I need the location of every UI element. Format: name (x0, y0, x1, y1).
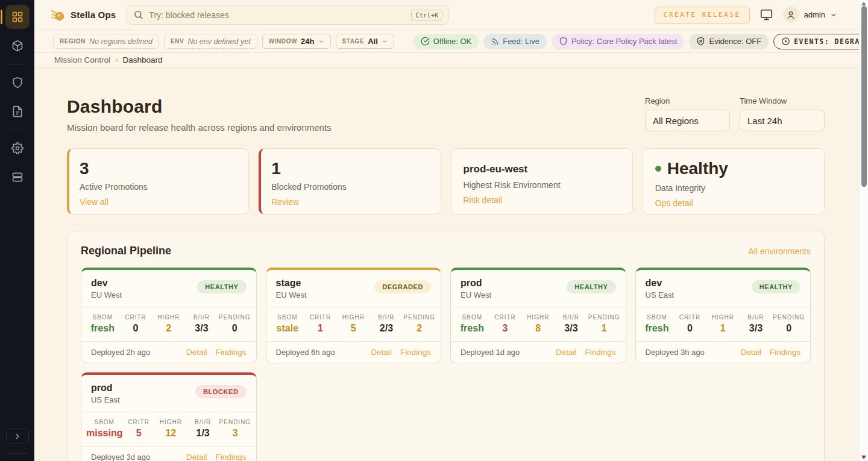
stat-critr: CRITR0 (673, 314, 706, 334)
evidence-status-label: Evidence: OFF (709, 37, 761, 46)
stat-sbom: SBOMfresh (86, 314, 119, 334)
stat-pending: PENDING3 (219, 419, 251, 439)
summary-card-highest-risk-env: prod-eu-west Highest Risk Environment Ri… (451, 148, 633, 215)
time-window-filter-select[interactable]: Last 24h (740, 110, 825, 131)
sidebar-item-settings[interactable] (5, 136, 30, 160)
env-region: US East (91, 395, 120, 404)
findings-link[interactable]: Findings (215, 453, 246, 461)
risk-detail-link[interactable]: Risk detail (464, 195, 503, 205)
scroll-down-arrow[interactable] (861, 456, 866, 459)
stat-critr: CRITR5 (122, 419, 154, 439)
vertical-scrollbar[interactable] (859, 0, 868, 461)
pipeline-card-stage-eu-west: stage EU West DEGRADED SBOMstale CRITR1 … (266, 268, 442, 363)
env-region: EU West (461, 290, 491, 299)
check-circle-icon (421, 37, 430, 46)
detail-link[interactable]: Detail (186, 453, 207, 461)
chevron-right-icon (13, 432, 22, 441)
grid-icon (11, 11, 24, 23)
sidebar-item-packages[interactable] (5, 34, 30, 58)
breadcrumb-separator: › (115, 55, 118, 64)
scrollbar-thumb[interactable] (861, 6, 867, 187)
search-input[interactable] (149, 10, 411, 20)
monitor-button[interactable] (760, 8, 773, 21)
findings-link[interactable]: Findings (215, 348, 246, 357)
user-menu[interactable]: admin (783, 7, 837, 23)
region-filter-select[interactable]: All Regions (645, 110, 730, 131)
ops-detail-link[interactable]: Ops detail (655, 198, 693, 208)
stat-bir: B/I/R3/3 (555, 314, 588, 334)
global-search[interactable]: Ctrl+K (127, 5, 449, 25)
time-window-filter-label: Time Window (740, 96, 825, 105)
all-environments-link[interactable]: All environments (749, 246, 811, 256)
sidebar-divider (8, 64, 27, 64)
avatar (783, 7, 799, 23)
env-context-pill[interactable]: ENV No env defined yet (164, 34, 257, 49)
summary-label: Blocked Promotions (271, 182, 428, 192)
healthy-dot-icon (655, 166, 661, 172)
summary-card-data-integrity: Healthy Data Integrity Ops detail (643, 148, 825, 215)
stat-highr: HIGHR1 (706, 314, 740, 334)
shield-icon (11, 77, 24, 89)
chevron-down-icon (382, 39, 388, 45)
page-subtitle: Mission board for release health across … (67, 122, 332, 133)
deployed-timestamp: Deployed 1d ago (461, 348, 520, 357)
view-all-link[interactable]: View all (80, 197, 108, 207)
stat-sbom: SBOMfresh (456, 314, 489, 334)
stat-pending: PENDING1 (588, 314, 621, 334)
status-badge: HEALTHY (752, 280, 800, 293)
stat-highr: HIGHR5 (337, 314, 370, 334)
stat-bir: B/I/R3/3 (185, 314, 218, 334)
stat-bir: B/I/R3/3 (740, 314, 773, 334)
rss-icon (491, 37, 499, 46)
detail-link[interactable]: Detail (371, 348, 392, 357)
user-name: admin (804, 10, 825, 19)
env-pill-label: ENV (171, 38, 184, 45)
regional-pipeline-panel: Regional Pipeline All environments dev E… (67, 231, 825, 461)
deployed-timestamp: Deployed 3h ago (646, 348, 705, 357)
events-status-badge: EVENTS: DEGRADED (773, 34, 859, 49)
stat-sbom: SBOMstale (271, 314, 304, 334)
findings-link[interactable]: Findings (585, 348, 615, 357)
findings-link[interactable]: Findings (770, 348, 800, 357)
file-icon (11, 105, 24, 118)
create-release-button[interactable]: CREATE RELEASE (655, 7, 750, 24)
chevron-down-icon (318, 39, 324, 45)
stage-label: STAGE (342, 38, 365, 45)
pipeline-card-dev-us-east: dev US East HEALTHY SBOMfresh CRITR0 HIG… (635, 268, 811, 363)
pipeline-card-dev-eu-west: dev EU West HEALTHY SBOMfresh CRITR0 HIG… (81, 268, 257, 363)
region-context-pill[interactable]: REGION No regions defined (53, 34, 159, 49)
sidebar-item-dashboard[interactable] (5, 5, 30, 29)
search-shortcut-badge: Ctrl+K (411, 10, 442, 20)
env-pill-value: No env defined yet (187, 37, 250, 46)
sidebar-item-infrastructure[interactable] (5, 165, 30, 189)
events-status-label: EVENTS: DEGRADED (794, 37, 859, 46)
policy-status-badge: Policy: Core Policy Pack latest (552, 34, 685, 49)
sidebar-item-policies[interactable] (5, 71, 30, 95)
search-icon (133, 10, 143, 20)
sidebar-collapse-button[interactable] (6, 428, 29, 444)
brand[interactable]: Stella Ops (51, 8, 116, 22)
offline-status-label: Offline: OK (433, 37, 471, 46)
stat-critr: CRITR3 (489, 314, 522, 334)
sidebar-item-documents[interactable] (5, 99, 30, 124)
person-icon (786, 10, 796, 20)
env-region: EU West (276, 290, 307, 299)
chevron-down-icon (830, 11, 837, 19)
findings-link[interactable]: Findings (400, 348, 431, 357)
stat-bir: B/I/R2/3 (370, 314, 403, 334)
scroll-up-arrow[interactable] (861, 2, 866, 5)
summary-card-active-promotions: 3 Active Promotions View all (67, 148, 249, 215)
window-dropdown[interactable]: WINDOW 24h (262, 34, 331, 49)
sidebar (0, 0, 34, 461)
review-link[interactable]: Review (271, 197, 299, 207)
server-icon (11, 171, 24, 183)
summary-label: Data Integrity (655, 183, 812, 193)
detail-link[interactable]: Detail (556, 348, 577, 357)
stat-pending: PENDING2 (403, 314, 436, 334)
detail-link[interactable]: Detail (740, 348, 761, 357)
breadcrumb-parent[interactable]: Mission Control (54, 55, 110, 64)
dashboard-content: Dashboard Mission board for release heal… (34, 67, 859, 461)
shield-off-icon (696, 37, 705, 46)
stage-dropdown[interactable]: STAGE All (336, 34, 394, 49)
detail-link[interactable]: Detail (186, 348, 207, 357)
